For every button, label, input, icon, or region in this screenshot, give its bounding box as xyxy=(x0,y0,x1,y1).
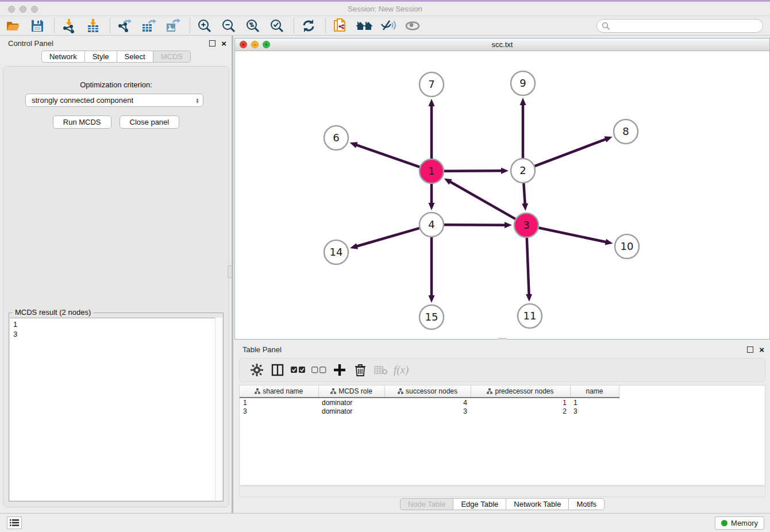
plus-icon[interactable] xyxy=(329,360,350,380)
open-folder-icon[interactable] xyxy=(5,17,22,34)
homes-icon[interactable] xyxy=(356,17,373,34)
network-minimize-icon[interactable]: − xyxy=(251,41,259,48)
node-table[interactable]: shared nameMCDS rolesuccessor nodesprede… xyxy=(239,385,765,485)
window-title: Session: New Session xyxy=(0,2,770,16)
save-floppy-icon[interactable] xyxy=(29,17,46,34)
optimization-criterion-label: Optimization criterion: xyxy=(3,80,229,89)
table-cell[interactable]: 3 xyxy=(570,407,619,416)
edge-1-2[interactable] xyxy=(444,171,502,171)
column-header-MCDS-role[interactable]: MCDS role xyxy=(318,385,384,398)
tab-network-table[interactable]: Network Table xyxy=(506,498,569,510)
export-network-icon[interactable] xyxy=(116,17,133,34)
tab-motifs[interactable]: Motifs xyxy=(569,498,605,510)
network-canvas[interactable]: 1234678910111415 xyxy=(235,51,769,339)
gear-icon[interactable] xyxy=(247,360,267,380)
eye-icon[interactable] xyxy=(404,17,421,34)
node-label-11: 11 xyxy=(523,310,537,322)
table-cell[interactable]: 1 xyxy=(570,398,619,407)
zoom-out-icon[interactable] xyxy=(220,17,237,34)
column-header-predecessor-nodes[interactable]: predecessor nodes xyxy=(471,385,570,398)
column-header-successor-nodes[interactable]: successor nodes xyxy=(384,385,471,398)
edge-3-11[interactable] xyxy=(527,238,529,295)
function-builder-icon[interactable]: f(x) xyxy=(394,364,409,376)
column-sort-icon xyxy=(330,388,336,394)
trash-icon[interactable] xyxy=(350,360,371,380)
unchecked-boxes-icon[interactable] xyxy=(309,360,329,380)
column-header-name[interactable]: name xyxy=(570,385,619,398)
edge-arrowhead xyxy=(505,222,512,228)
table-cell[interactable]: 3 xyxy=(240,407,318,416)
network-window-titlebar[interactable]: × − + scc.txt xyxy=(235,38,769,51)
import-network-icon[interactable] xyxy=(60,17,78,34)
dropdown-stepper-icon: ▲▼ xyxy=(195,98,199,103)
edge-4-14[interactable] xyxy=(356,228,419,246)
column-header-shared-name[interactable]: shared name xyxy=(240,385,318,398)
column-label: successor nodes xyxy=(406,387,457,395)
tab-mcds[interactable]: MCDS xyxy=(153,51,191,63)
import-table-icon[interactable] xyxy=(84,17,102,34)
mcds-result-scrollbar[interactable] xyxy=(215,318,222,500)
control-panel-tabs: NetworkStyleSelectMCDS xyxy=(0,51,232,63)
edge-3-1[interactable] xyxy=(449,182,515,219)
task-list-icon[interactable] xyxy=(7,516,22,529)
edge-2-3[interactable] xyxy=(523,183,525,205)
memory-button[interactable]: Memory xyxy=(715,516,764,530)
zoom-selected-icon[interactable] xyxy=(268,17,286,34)
export-table-icon[interactable] xyxy=(140,17,157,34)
table-cell[interactable]: 3 xyxy=(384,407,471,416)
float-table-panel-icon[interactable] xyxy=(747,346,753,353)
float-panel-icon[interactable] xyxy=(209,40,215,47)
hide-graphics-icon[interactable] xyxy=(380,17,397,34)
toolbar-separator xyxy=(325,18,326,34)
tab-select[interactable]: Select xyxy=(117,51,153,63)
node-label-15: 15 xyxy=(425,311,438,323)
search-icon xyxy=(602,22,610,30)
table-toolbar: f(x) xyxy=(239,358,765,382)
checked-boxes-icon[interactable] xyxy=(288,360,309,380)
edge-arrowhead xyxy=(522,203,528,211)
control-panel: Control Panel × NetworkStyleSelectMCDS O… xyxy=(0,36,232,513)
splitter-handle[interactable] xyxy=(228,265,232,278)
minimize-window-button[interactable] xyxy=(20,6,26,13)
edge-2-8[interactable] xyxy=(535,139,607,166)
edge-1-6[interactable] xyxy=(356,145,419,167)
table-row[interactable]: 3dominator323 xyxy=(240,407,619,416)
network-close-icon[interactable]: × xyxy=(240,41,247,48)
mcds-result-text[interactable]: 1 3 xyxy=(10,318,222,500)
zoom-in-icon[interactable] xyxy=(196,17,213,34)
close-table-panel-icon[interactable]: × xyxy=(759,346,764,353)
table-cell[interactable]: 1 xyxy=(471,398,570,407)
tab-network[interactable]: Network xyxy=(41,51,85,63)
network-maximize-icon[interactable]: + xyxy=(263,41,270,48)
edge-arrowhead xyxy=(350,142,358,148)
table-cell[interactable]: 4 xyxy=(384,398,471,407)
maximize-window-button[interactable] xyxy=(31,6,38,13)
memory-label: Memory xyxy=(731,519,758,527)
edge-3-10[interactable] xyxy=(539,228,607,242)
run-mcds-button[interactable]: Run MCDS xyxy=(53,115,111,129)
table-cell[interactable]: 2 xyxy=(471,407,570,416)
close-window-button[interactable] xyxy=(8,6,15,13)
table-cell[interactable]: 1 xyxy=(240,398,318,407)
zoom-fit-icon[interactable] xyxy=(244,17,261,34)
table-cell[interactable]: dominator xyxy=(318,407,384,416)
close-panel-icon[interactable]: × xyxy=(221,40,226,47)
network-resize-handle[interactable] xyxy=(498,338,506,340)
delete-table-icon[interactable] xyxy=(371,360,391,380)
table-cell[interactable]: dominator xyxy=(318,398,384,407)
table-hscrollbar[interactable] xyxy=(239,486,765,497)
tab-edge-table[interactable]: Edge Table xyxy=(453,498,506,510)
tab-node-table[interactable]: Node Table xyxy=(400,498,454,510)
edge-4-3[interactable] xyxy=(444,225,506,225)
columns-icon[interactable] xyxy=(267,360,288,380)
refresh-layout-icon[interactable] xyxy=(300,17,317,34)
close-panel-button[interactable]: Close panel xyxy=(120,115,180,129)
export-image-icon[interactable] xyxy=(164,17,182,34)
pages-share-icon[interactable] xyxy=(332,17,349,34)
column-sort-icon xyxy=(398,388,403,394)
table-row[interactable]: 1dominator411 xyxy=(240,398,619,407)
node-label-2: 2 xyxy=(519,164,526,176)
search-input[interactable] xyxy=(596,19,763,33)
tab-style[interactable]: Style xyxy=(85,51,117,63)
criterion-dropdown[interactable]: strongly connected component ▲▼ xyxy=(25,94,203,107)
